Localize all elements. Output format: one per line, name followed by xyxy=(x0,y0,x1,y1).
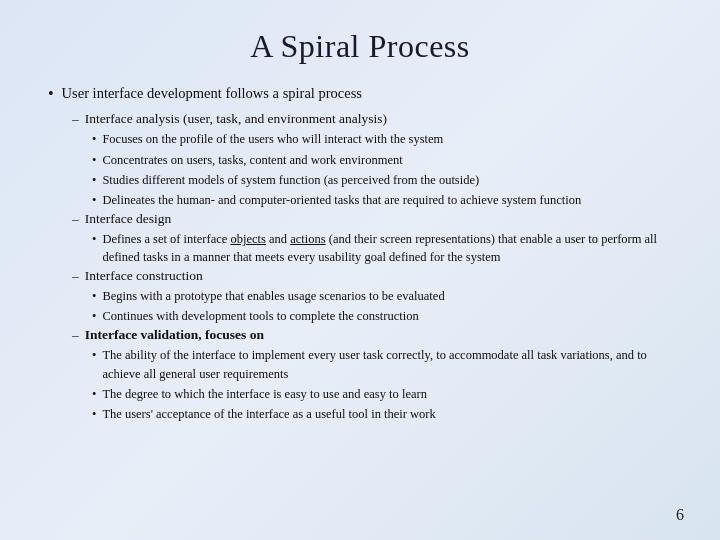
section-1-items: • Focuses on the profile of the users wh… xyxy=(92,130,672,209)
list-item: • Defines a set of interface objects and… xyxy=(92,230,672,266)
section-3-heading-text: Interface construction xyxy=(85,268,203,284)
list-item: • The degree to which the interface is e… xyxy=(92,385,672,403)
dash-3: – xyxy=(72,268,79,284)
slide: A Spiral Process • User interface develo… xyxy=(0,0,720,540)
slide-title: A Spiral Process xyxy=(48,28,672,65)
slide-content: • User interface development follows a s… xyxy=(48,83,672,516)
section-3-heading: – Interface construction xyxy=(72,268,672,284)
page-number: 6 xyxy=(676,506,684,524)
dash-1: – xyxy=(72,111,79,127)
underline-actions: actions xyxy=(290,232,325,246)
section-3-items: • Begins with a prototype that enables u… xyxy=(92,287,672,325)
section-4-heading: – Interface validation, focuses on xyxy=(72,327,672,343)
list-item: • Studies different models of system fun… xyxy=(92,171,672,189)
list-item: • Concentrates on users, tasks, content … xyxy=(92,151,672,169)
list-item: • Continues with development tools to co… xyxy=(92,307,672,325)
list-item: • Focuses on the profile of the users wh… xyxy=(92,130,672,148)
list-item: • The ability of the interface to implem… xyxy=(92,346,672,382)
section-1-heading-text: Interface analysis (user, task, and envi… xyxy=(85,111,387,127)
main-bullet-text: User interface development follows a spi… xyxy=(62,83,362,105)
section-1-heading: – Interface analysis (user, task, and en… xyxy=(72,111,672,127)
list-item: • Begins with a prototype that enables u… xyxy=(92,287,672,305)
list-item: • The users' acceptance of the interface… xyxy=(92,405,672,423)
list-item: • Delineates the human- and computer-ori… xyxy=(92,191,672,209)
sub-sections: – Interface analysis (user, task, and en… xyxy=(72,111,672,423)
section-2-heading: – Interface design xyxy=(72,211,672,227)
dash-2: – xyxy=(72,211,79,227)
section-2-heading-text: Interface design xyxy=(85,211,172,227)
underline-objects: objects xyxy=(230,232,265,246)
section-4-heading-text: Interface validation, focuses on xyxy=(85,327,264,343)
section-2-items: • Defines a set of interface objects and… xyxy=(92,230,672,266)
section-4-items: • The ability of the interface to implem… xyxy=(92,346,672,423)
main-bullet: • User interface development follows a s… xyxy=(48,83,672,105)
bullet-dot: • xyxy=(48,83,54,105)
dash-4: – xyxy=(72,327,79,343)
